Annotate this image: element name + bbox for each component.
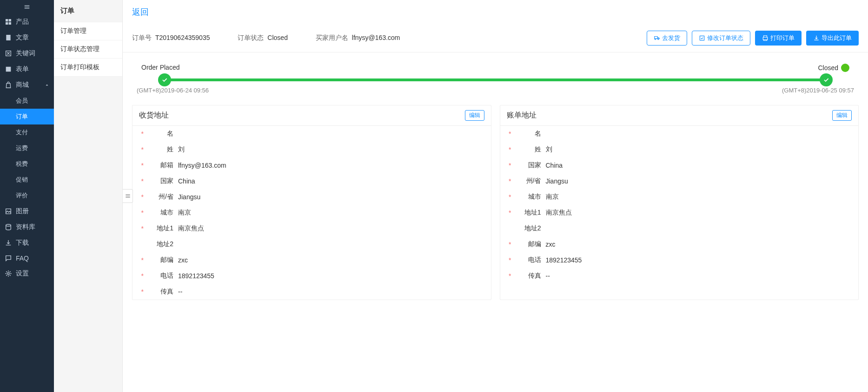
field-label: 国家 <box>146 177 173 185</box>
billing-field-firstName: *名 <box>500 126 859 142</box>
order-number-label: 订单号 <box>132 34 152 41</box>
field-label: 名 <box>146 130 173 138</box>
field-value: -- <box>178 288 182 295</box>
field-label: 城市 <box>513 193 541 201</box>
page-header: 返回 <box>123 0 868 24</box>
database-icon <box>5 223 12 231</box>
sidebar-item-label: FAQ <box>16 255 29 262</box>
sidebar-item-shipping-fee[interactable]: 运费 <box>0 140 54 156</box>
timeline-dot-end <box>820 73 833 86</box>
sidebar-item-keywords[interactable]: 关键词 <box>0 46 54 61</box>
sidebar-item-label: 图册 <box>16 207 29 216</box>
document-icon <box>5 34 12 41</box>
shipping-field-addr2: 地址2 <box>133 236 491 252</box>
main-content: 返回 订单号 T20190624359035 订单状态 Closed 买家用户名… <box>123 0 868 392</box>
order-number: 订单号 T20190624359035 <box>132 34 210 42</box>
edit-status-icon <box>699 35 705 41</box>
sidebar-item-gallery[interactable]: 图册 <box>0 203 54 219</box>
field-value: 南京 <box>546 193 559 201</box>
sidebar-item-orders[interactable]: 订单 <box>0 109 54 124</box>
billing-field-country: *国家China <box>500 157 859 173</box>
hamburger-icon <box>24 4 30 10</box>
field-value: 南京 <box>178 209 191 217</box>
sidebar-collapse-toggle[interactable] <box>0 0 54 14</box>
field-value: 南京焦点 <box>546 209 572 217</box>
sidebar-item-products[interactable]: 产品 <box>0 14 54 30</box>
billing-field-fax: *传真-- <box>500 268 859 284</box>
chat-icon <box>5 255 12 262</box>
buyer-username: 买家用户名 lfnysy@163.com <box>316 34 400 42</box>
sidebar-item-members[interactable]: 会员 <box>0 93 54 109</box>
sidebar-item-forms[interactable]: 表单 <box>0 61 54 77</box>
sidebar-item-label: 产品 <box>16 18 29 26</box>
list-icon <box>125 193 131 199</box>
field-value: Jiangsu <box>178 193 200 201</box>
sidebar-item-promotion[interactable]: 促销 <box>0 172 54 188</box>
field-label: 地址1 <box>146 224 173 233</box>
edit-shipping-button[interactable]: 编辑 <box>465 110 484 121</box>
required-mark: * <box>507 272 511 280</box>
field-label: 州/省 <box>513 177 541 185</box>
export-icon <box>813 35 820 41</box>
comment-icon[interactable] <box>841 64 849 72</box>
sidebar-item-faq[interactable]: FAQ <box>0 251 54 266</box>
svg-point-0 <box>6 224 11 226</box>
required-mark: * <box>507 193 511 201</box>
chevron-up-icon <box>45 83 49 87</box>
required-mark: * <box>139 272 144 280</box>
required-mark: * <box>139 146 144 153</box>
image-icon <box>5 208 12 215</box>
billing-address-card: 账单地址 编辑 *名*姓刘*国家China*州/省Jiangsu*城市南京*地址… <box>500 105 859 300</box>
grid-icon <box>5 18 12 26</box>
print-order-button[interactable]: 打印订单 <box>755 31 802 46</box>
field-label: 地址2 <box>513 224 541 233</box>
billing-field-phone: *电话1892123455 <box>500 252 859 268</box>
sidebar-item-download[interactable]: 下载 <box>0 235 54 251</box>
subside-item-order-manage[interactable]: 订单管理 <box>54 22 122 40</box>
field-label: 国家 <box>513 161 541 170</box>
sidebar-item-shop[interactable]: 商城 <box>0 77 54 93</box>
sidebar-item-label: 支付 <box>16 128 28 137</box>
required-mark: * <box>139 177 144 185</box>
svg-point-1 <box>7 273 9 274</box>
drawer-toggle[interactable] <box>123 189 133 203</box>
billing-field-addr2: 地址2 <box>500 221 859 236</box>
field-value: China <box>178 177 195 185</box>
sidebar-item-payment[interactable]: 支付 <box>0 124 54 140</box>
shipping-field-zip: *邮编zxc <box>133 252 491 268</box>
export-order-button[interactable]: 导出此订单 <box>806 31 859 46</box>
sidebar-item-label: 运费 <box>16 144 28 152</box>
field-label: 电话 <box>146 272 173 280</box>
field-label: 传真 <box>513 272 541 280</box>
required-mark: * <box>139 130 144 137</box>
sidebar-item-settings[interactable]: 设置 <box>0 266 54 281</box>
required-mark: * <box>139 209 144 216</box>
shipping-field-firstName: *名 <box>133 126 491 142</box>
shipping-address-title: 收货地址 <box>139 111 169 120</box>
timeline-track <box>165 78 826 81</box>
subside-item-status-manage[interactable]: 订单状态管理 <box>54 40 122 59</box>
sidebar-item-label: 设置 <box>16 269 29 278</box>
field-value: 刘 <box>178 145 185 154</box>
ship-button[interactable]: 去发货 <box>647 31 687 46</box>
sidebar-item-resources[interactable]: 资料库 <box>0 219 54 235</box>
check-icon <box>823 77 829 83</box>
sidebar-item-reviews[interactable]: 评价 <box>0 188 54 203</box>
order-status: 订单状态 Closed <box>238 34 287 42</box>
edit-billing-button[interactable]: 编辑 <box>832 110 852 121</box>
sidebar-item-tax[interactable]: 税费 <box>0 156 54 172</box>
sidebar-item-label: 关键词 <box>16 49 35 58</box>
sidebar-item-label: 商城 <box>16 81 29 89</box>
change-status-button[interactable]: 修改订单状态 <box>692 31 750 46</box>
field-label: 电话 <box>513 256 541 264</box>
check-icon <box>161 77 168 83</box>
required-mark: * <box>139 225 144 232</box>
billing-field-zip: *邮编zxc <box>500 236 859 252</box>
field-label: 邮编 <box>146 256 173 264</box>
sidebar-item-articles[interactable]: 文章 <box>0 30 54 46</box>
required-mark: * <box>139 162 144 169</box>
order-timeline: Order Placed Closed (GMT+8)2019-06-24 09… <box>123 52 868 100</box>
back-link[interactable]: 返回 <box>132 7 149 17</box>
required-mark: * <box>507 130 511 137</box>
subside-item-print-template[interactable]: 订单打印模板 <box>54 59 122 77</box>
